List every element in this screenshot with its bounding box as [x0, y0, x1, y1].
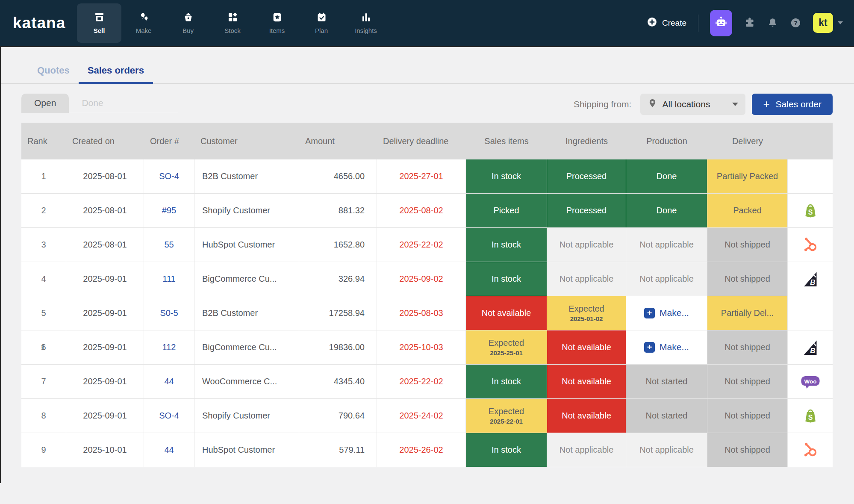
sales-items-status: Expected2025-25-01 [466, 330, 547, 364]
table-row[interactable]: 72025-09-0144WooCommerce C...4345.402025… [21, 365, 833, 399]
help-icon[interactable]: ? [790, 17, 801, 29]
nav-item-plan[interactable]: Plan [299, 3, 344, 43]
nav-item-items[interactable]: Items [255, 3, 299, 43]
delivery-status: Not shipped [707, 228, 788, 262]
column-header-amount: Amount [299, 136, 377, 146]
nav-label: Insights [355, 27, 377, 34]
channel-cell [788, 296, 833, 330]
hubspot-icon [801, 236, 819, 254]
sales-orders-table: RankCreated onOrder #CustomerAmountDeliv… [21, 123, 833, 467]
new-sales-order-label: Sales order [776, 99, 822, 109]
delivery-status: Not shipped [707, 433, 788, 467]
table-row[interactable]: 32025-08-0155HubSpot Customer1652.802025… [21, 228, 833, 262]
status-label: Not applicable [639, 274, 694, 284]
order-number-link[interactable]: 44 [164, 445, 174, 455]
integrations-puzzle-icon[interactable] [744, 17, 755, 29]
new-sales-order-button[interactable]: + Sales order [752, 94, 833, 115]
plus-circle-icon [647, 17, 657, 29]
calendar-check-icon [316, 12, 327, 23]
table-body: 12025-08-01SO-4B2B Customer4656.002025-2… [21, 159, 833, 467]
order-number-link[interactable]: SO-4 [159, 411, 179, 421]
column-header-customer: Customer [194, 136, 299, 146]
status-label: In stock [492, 171, 521, 181]
table-row[interactable]: 42025-09-01111BigCommerce Cu...326.94202… [21, 262, 833, 296]
make-plus-icon: + [644, 342, 655, 353]
status-label: Not shipped [724, 411, 770, 421]
done-filter-tab[interactable]: Done [69, 94, 116, 113]
order-number-link[interactable]: 55 [164, 240, 174, 250]
rank-cell: 4 [21, 262, 66, 296]
order-number-link[interactable]: 112 [162, 342, 176, 352]
order-number-link[interactable]: 111 [162, 274, 175, 284]
location-dropdown[interactable]: All locations [640, 94, 745, 115]
status-label: Processed [566, 206, 607, 215]
table-row[interactable]: 92025-10-0144HubSpot Customer579.112025-… [21, 433, 833, 467]
customer-cell: HubSpot Customer [194, 228, 299, 262]
tab-sales-orders[interactable]: Sales orders [79, 65, 153, 83]
table-row[interactable]: 52025-09-01S0-5B2B Customer17258.942025-… [21, 296, 833, 330]
table-row[interactable]: 82025-09-01SO-4Shopify Customer790.64202… [21, 399, 833, 433]
order-number-cell: 55 [144, 228, 194, 262]
tab-quotes[interactable]: Quotes [28, 65, 79, 83]
notifications-bell-icon[interactable] [767, 17, 778, 29]
rank-cell: 1 [21, 159, 66, 193]
nav-item-stock[interactable]: Stock [210, 3, 255, 43]
table-row[interactable]: 612025-09-01112BigCommerce Cu...19836.00… [21, 330, 833, 365]
production-status[interactable]: +Make... [626, 296, 707, 330]
delivery-deadline-cell: 2025-22-02 [377, 365, 466, 398]
status-label: Not available [482, 308, 531, 318]
table-row[interactable]: 12025-08-01SO-4B2B Customer4656.002025-2… [21, 159, 833, 194]
svg-text:B: B [810, 346, 815, 354]
delivery-status: Partially Del... [707, 296, 788, 330]
amount-cell: 19836.00 [299, 330, 377, 364]
created-on-cell: 2025-09-01 [66, 262, 144, 296]
production-status: Not started [626, 365, 707, 398]
order-number-link[interactable]: #95 [162, 206, 176, 215]
location-value: All locations [662, 99, 710, 109]
status-label: Done [657, 206, 677, 215]
status-label: Picked [493, 206, 519, 215]
nav-item-sell[interactable]: Sell [77, 3, 121, 43]
tag-star-icon [271, 12, 283, 23]
ingredients-status: Processed [547, 194, 626, 227]
status-label: Not available [562, 377, 611, 386]
bar-chart-icon [360, 12, 372, 23]
created-on-cell: 2025-09-01 [66, 399, 144, 433]
create-button[interactable]: Create [647, 17, 686, 29]
delivery-deadline-cell: 2025-08-02 [377, 194, 466, 227]
customer-cell: Shopify Customer [194, 399, 299, 433]
table-row[interactable]: 22025-08-01#95Shopify Customer881.322025… [21, 194, 833, 228]
rank-cell: 8 [21, 399, 66, 433]
nav-label: Sell [94, 27, 105, 34]
ingredients-status: Processed [547, 159, 626, 193]
production-status: Not applicable [626, 228, 707, 262]
order-number-link[interactable]: SO-4 [159, 171, 179, 181]
status-label: Not shipped [724, 342, 770, 352]
production-status[interactable]: +Make... [626, 330, 707, 364]
shopify-icon: S [802, 407, 819, 425]
nav-item-buy[interactable]: Buy [166, 3, 210, 43]
delivery-status: Not shipped [707, 365, 788, 398]
delivery-status: Partially Packed [707, 159, 788, 193]
order-number-link[interactable]: 44 [164, 377, 174, 386]
amount-cell: 790.64 [299, 399, 377, 433]
svg-text:S: S [808, 208, 813, 215]
order-number-cell: 112 [144, 330, 194, 364]
open-filter-tab[interactable]: Open [21, 94, 69, 113]
avatar[interactable]: kt [813, 13, 833, 33]
sales-items-status: In stock [466, 159, 547, 193]
ai-assistant-button[interactable] [710, 10, 732, 36]
column-header-delivery-deadline: Delivery deadline [377, 136, 466, 146]
sales-items-status: In stock [466, 262, 547, 296]
nav-item-make[interactable]: Make [121, 3, 166, 43]
status-label: Not applicable [560, 445, 614, 455]
channel-cell: B [788, 330, 833, 364]
status-label: Partially Del... [721, 308, 774, 318]
production-status: Not applicable [626, 262, 707, 296]
account-chevron-down-icon[interactable] [838, 21, 843, 24]
order-number-link[interactable]: S0-5 [160, 308, 178, 318]
nav-item-insights[interactable]: Insights [344, 3, 388, 43]
status-label: Not shipped [724, 274, 770, 284]
channel-cell [788, 159, 833, 193]
ingredients-status: Not applicable [547, 262, 626, 296]
